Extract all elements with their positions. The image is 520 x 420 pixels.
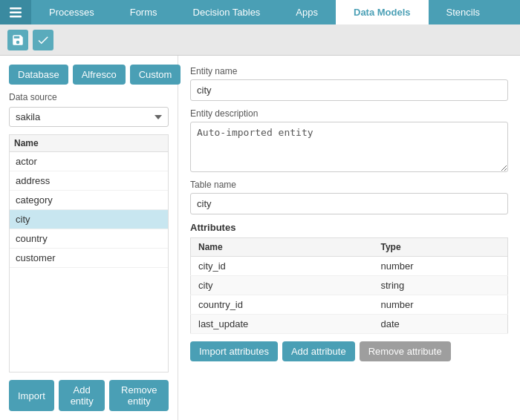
main-content: Database Alfresco Custom Data source sak…	[0, 56, 520, 420]
svg-rect-1	[10, 11, 22, 13]
left-panel: Database Alfresco Custom Data source sak…	[0, 56, 178, 420]
remove-entity-button[interactable]: Remove entity	[109, 380, 169, 411]
database-button[interactable]: Database	[9, 65, 68, 85]
import-attributes-button[interactable]: Import attributes	[190, 341, 278, 361]
entity-desc-group: Entity description Auto-imported entity	[190, 108, 508, 172]
entities-section: Name actor address category city country…	[9, 134, 169, 373]
add-entity-button[interactable]: Add entity	[59, 380, 105, 411]
attribute-action-buttons: Import attributes Add attribute Remove a…	[190, 341, 508, 361]
save-button[interactable]	[7, 30, 28, 50]
entity-customer[interactable]: customer	[10, 249, 168, 268]
svg-rect-2	[10, 16, 22, 18]
remove-attribute-button[interactable]: Remove attribute	[360, 341, 451, 361]
nav-logo[interactable]	[0, 0, 31, 24]
entity-name-input[interactable]	[190, 79, 508, 101]
entity-actor[interactable]: actor	[10, 152, 168, 171]
entity-country[interactable]: country	[10, 229, 168, 249]
entities-list: actor address category city country cust…	[9, 151, 169, 373]
nav-processes[interactable]: Processes	[31, 0, 112, 24]
top-nav: Processes Forms Decision Tables Apps Dat…	[0, 0, 520, 24]
nav-decision-tables[interactable]: Decision Tables	[175, 0, 279, 24]
table-name-group: Table name	[190, 180, 508, 214]
table-row[interactable]: country_id number	[191, 295, 508, 315]
table-row[interactable]: city string	[191, 276, 508, 295]
nav-stencils[interactable]: Stencils	[429, 0, 498, 24]
datasource-label: Data source	[9, 92, 169, 102]
import-button[interactable]: Import	[9, 380, 54, 411]
attr-name-cell: country_id	[191, 295, 374, 315]
table-name-label: Table name	[190, 180, 508, 190]
table-row[interactable]: city_id number	[191, 257, 508, 276]
entity-action-buttons: Import Add entity Remove entity	[9, 380, 169, 411]
table-name-input[interactable]	[190, 193, 508, 214]
attr-type-cell: date	[373, 315, 507, 334]
entities-header: Name	[9, 134, 169, 151]
attr-name-cell: city_id	[191, 257, 374, 276]
entity-desc-label: Entity description	[190, 108, 508, 119]
alfresco-button[interactable]: Alfresco	[73, 65, 126, 85]
entity-desc-textarea[interactable]: Auto-imported entity	[190, 122, 508, 172]
attr-col-name: Name	[191, 238, 374, 257]
datasource-select[interactable]: sakila	[9, 107, 169, 127]
svg-rect-0	[10, 7, 22, 10]
entity-address[interactable]: address	[10, 171, 168, 191]
attr-type-cell: number	[373, 257, 507, 276]
toolbar	[0, 24, 520, 56]
custom-button[interactable]: Custom	[130, 65, 181, 85]
nav-forms[interactable]: Forms	[112, 0, 175, 24]
type-button-group: Database Alfresco Custom	[9, 65, 169, 85]
entity-city[interactable]: city	[10, 210, 168, 229]
datasource-group: Data source sakila	[9, 92, 169, 127]
right-panel: Entity name Entity description Auto-impo…	[178, 56, 520, 420]
attr-type-cell: number	[373, 295, 507, 315]
entity-name-group: Entity name	[190, 66, 508, 101]
attr-name-cell: last_update	[191, 315, 374, 334]
attributes-table: Name Type city_id number city string cou…	[190, 237, 508, 334]
attr-col-type: Type	[373, 238, 507, 257]
table-row[interactable]: last_update date	[191, 315, 508, 334]
validate-button[interactable]	[33, 30, 53, 50]
nav-data-models[interactable]: Data Models	[336, 0, 429, 24]
add-attribute-button[interactable]: Add attribute	[282, 341, 355, 361]
entity-name-label: Entity name	[190, 66, 508, 76]
entity-category[interactable]: category	[10, 191, 168, 210]
nav-apps[interactable]: Apps	[278, 0, 336, 24]
attributes-title: Attributes	[190, 222, 508, 233]
attr-name-cell: city	[191, 276, 374, 295]
attr-type-cell: string	[373, 276, 507, 295]
attributes-section: Attributes Name Type city_id number city…	[190, 222, 508, 410]
